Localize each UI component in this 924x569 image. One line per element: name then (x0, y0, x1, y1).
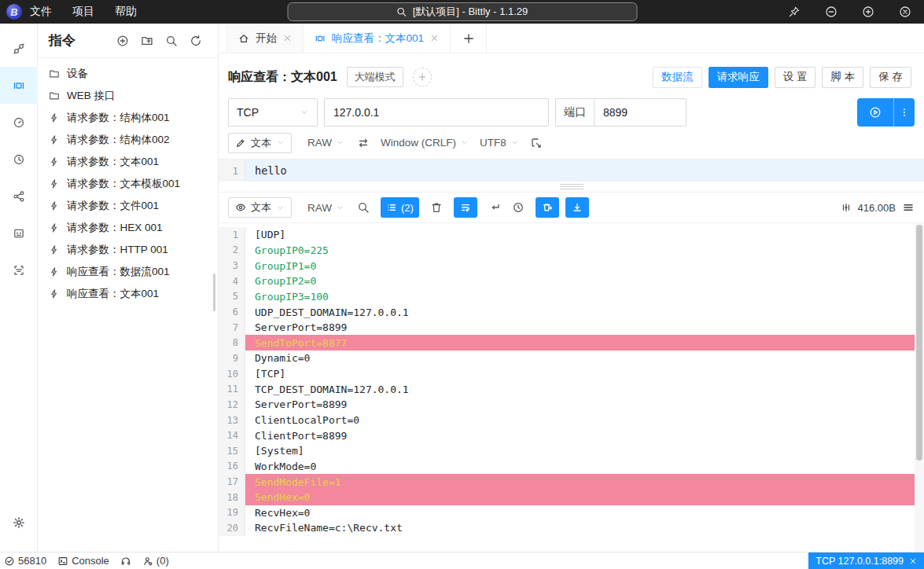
rail-item-settings[interactable] (0, 504, 38, 541)
send-play-button[interactable] (857, 98, 893, 127)
splitter-handle[interactable] (219, 182, 924, 192)
line-content: SendToPort=8877 (245, 335, 924, 351)
rail-item-api[interactable] (0, 30, 38, 67)
tab-close-icon[interactable] (430, 34, 439, 42)
sidebar-scrollbar[interactable] (213, 273, 215, 311)
response-format-select[interactable]: RAW (307, 202, 344, 214)
eye-icon (235, 202, 246, 213)
line-number: 1 (219, 160, 245, 182)
chevron-down-icon (336, 138, 344, 147)
endian-mode-button[interactable]: 大端模式 (347, 67, 403, 87)
tree-item[interactable]: WEB 接口 (38, 85, 218, 107)
clear-editor-icon[interactable] (530, 137, 543, 149)
tree-item[interactable]: 请求参数：文本001 (38, 151, 218, 173)
menu-item[interactable]: 文件 (30, 5, 52, 19)
refresh-icon[interactable] (190, 35, 202, 47)
add-attribute-button[interactable] (413, 68, 432, 86)
menu-item[interactable]: 帮助 (115, 5, 137, 19)
user-count[interactable]: (0) (142, 555, 169, 567)
request-type-select[interactable]: 文本 (228, 133, 292, 153)
rail-item-terminal[interactable] (0, 215, 38, 251)
scrollbar-thumb[interactable] (916, 225, 922, 461)
tab-home[interactable]: 开始 (226, 24, 304, 53)
tree-item[interactable]: 请求参数：文本模板001 (38, 173, 218, 195)
tree-item[interactable]: 请求参数：结构体002 (38, 129, 218, 151)
tree-item[interactable]: 请求参数：HEX 001 (38, 217, 218, 239)
disconnect-close-icon[interactable] (909, 557, 917, 565)
auto-clean-icon (542, 202, 553, 213)
rail-item-centralize[interactable] (0, 251, 38, 288)
response-line: 12 ServerPort=8899 (219, 397, 924, 413)
minimize-icon[interactable] (825, 6, 837, 18)
response-line: 17 SendModeFile=1 (219, 474, 924, 490)
line-number: 4 (219, 273, 245, 289)
window-controls (788, 6, 924, 18)
tree-item-label: 请求参数：结构体001 (67, 111, 170, 125)
charset-value: UTF8 (480, 137, 506, 149)
tree-item-label: 请求参数：HEX 001 (67, 221, 163, 235)
script-button[interactable]: 脚 本 (822, 67, 863, 88)
menu-item[interactable]: 项目 (72, 5, 94, 19)
response-view-select[interactable]: 文本 (228, 197, 292, 218)
tab-close-icon[interactable] (283, 34, 292, 42)
new-tab-button[interactable] (451, 24, 487, 53)
tab-directive[interactable]: 响应查看：文本001 (304, 24, 451, 53)
port-input[interactable] (594, 98, 687, 127)
directive-header: 响应查看：文本001 大端模式 数据流 请求响应 设 置 脚 本 保 存 (219, 53, 924, 88)
entries-list-button[interactable]: (2) (381, 197, 419, 218)
rail-item-share[interactable] (0, 178, 38, 215)
settings-gear-icon (13, 516, 25, 529)
rail-item-timer[interactable] (0, 141, 38, 178)
line-number: 19 (219, 505, 245, 521)
maximize-icon[interactable] (862, 6, 874, 18)
audio-toggle[interactable] (120, 556, 131, 567)
response-line: 19 RecvHex=0 (219, 505, 924, 521)
pin-icon[interactable] (788, 6, 801, 18)
tree-item[interactable]: 设备 (38, 63, 218, 85)
request-format-select[interactable]: RAW (307, 137, 344, 149)
trash-icon[interactable] (430, 201, 443, 214)
protocol-select[interactable]: TCP (228, 98, 318, 127)
save-button[interactable]: 保 存 (870, 67, 911, 88)
settings-button[interactable]: 设 置 (775, 67, 816, 88)
search-response-icon[interactable] (357, 201, 370, 214)
connection-status-badge[interactable]: TCP 127.0.0.1:8899 (808, 552, 924, 569)
rail-item-panels[interactable] (0, 104, 38, 141)
connection-row: TCP 端口 (228, 98, 915, 127)
add-directive-icon[interactable] (116, 35, 129, 47)
auto-clean-button[interactable] (536, 197, 559, 218)
tree-item[interactable]: 请求参数：文件001 (38, 195, 218, 217)
tree-item[interactable]: 响应查看：文本001 (38, 283, 218, 305)
tree-item[interactable]: 响应查看：数据流001 (38, 261, 218, 283)
tree-item-label: 响应查看：数据流001 (67, 265, 170, 279)
rail-item-directives[interactable] (0, 67, 38, 104)
newline-mode-select[interactable]: Window (CRLF) (381, 137, 469, 149)
line-number: 8 (219, 335, 245, 351)
line-content: GroupIP3=100 (245, 289, 924, 305)
response-line: 4 GroupIP2=0 (219, 273, 924, 289)
word-wrap-button[interactable] (454, 197, 477, 218)
datastream-button[interactable]: 数据流 (653, 67, 702, 88)
request-editor[interactable]: 1 hello (219, 160, 924, 182)
newline-return-icon[interactable] (488, 201, 501, 214)
connection-status-text: TCP 127.0.0.1:8899 (815, 556, 904, 567)
request-response-button[interactable]: 请求响应 (709, 67, 768, 88)
search-directive-icon[interactable] (165, 35, 178, 47)
tree-item[interactable]: 请求参数：结构体001 (38, 107, 218, 129)
more-options-button[interactable] (893, 98, 915, 127)
connect-button-group (857, 98, 915, 127)
project-title-pill[interactable]: [默认项目] - Bittly - 1.1.29 (287, 2, 637, 21)
swap-icon[interactable] (357, 137, 370, 149)
close-icon[interactable] (899, 6, 911, 18)
response-line: 10 [TCP] (219, 366, 924, 382)
menu-hamburger-icon[interactable] (902, 201, 915, 214)
tree-item[interactable]: 请求参数：HTTP 001 (38, 239, 218, 261)
address-input[interactable] (324, 98, 549, 127)
add-folder-icon[interactable] (141, 35, 153, 47)
response-viewer[interactable]: 1 [UDP] 2 GroupIP0=225 3 GroupIP1=0 (219, 223, 924, 552)
save-response-button[interactable] (565, 197, 589, 218)
timer-clock-icon[interactable] (512, 201, 525, 214)
user-count-value: (0) (156, 555, 169, 567)
console-toggle[interactable]: Console (57, 555, 109, 567)
charset-select[interactable]: UTF8 (480, 137, 519, 149)
